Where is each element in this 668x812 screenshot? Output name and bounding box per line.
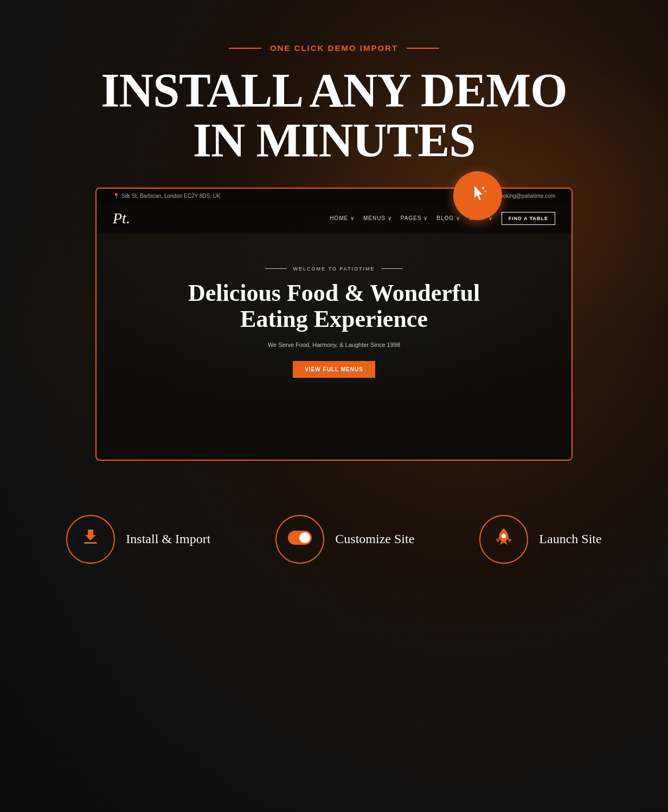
demo-view-menus-btn[interactable]: VIEW FULL MENUS: [293, 361, 375, 378]
demo-hero-subtitle-line: WELCOME TO PATIOTIME: [113, 266, 555, 272]
demo-email: booking@patiatime.com: [497, 193, 555, 199]
svg-point-0: [482, 186, 485, 189]
feature-install: Install & Import: [66, 515, 210, 564]
nav-blog[interactable]: BLOG ∨: [436, 215, 460, 221]
subtitle-text: ONE CLICK DEMO IMPORT: [270, 43, 398, 53]
demo-nav-links: HOME ∨ MENUS ∨ PAGES ∨ BLOG ∨ SHOP ∨ FIN…: [330, 212, 555, 225]
demo-find-table-btn[interactable]: FIND A TABLE: [502, 212, 555, 225]
main-title-line1: INSTALL ANY DEMO: [101, 64, 567, 117]
header-section: ONE CLICK DEMO IMPORT INSTALL ANY DEMO I…: [101, 43, 567, 166]
demo-hero-subtitle-text: WELCOME TO PATIOTIME: [293, 266, 375, 272]
main-title-line2: IN MINUTES: [193, 114, 476, 166]
demo-hero-description: We Serve Food, Harmony, & Laughter Since…: [113, 341, 555, 348]
demo-topbar-left: 📍 Silk St, Barbican, London EC2Y 8DS, UK: [113, 193, 221, 199]
find-table-label: FIND A TABLE: [509, 216, 548, 221]
feature-launch: Launch Site: [479, 515, 601, 564]
demo-hero-title: Delicious Food & Wonderful Eating Experi…: [113, 280, 555, 333]
feature-customize: Customize Site: [275, 515, 414, 564]
browser-frame: 📍 Silk St, Barbican, London EC2Y 8DS, UK…: [95, 188, 573, 461]
nav-menus[interactable]: MENUS ∨: [363, 215, 392, 221]
demo-logo: Pt.: [113, 210, 130, 227]
screen-container: 📍 Silk St, Barbican, London EC2Y 8DS, UK…: [95, 188, 573, 461]
feature-install-icon-circle: [66, 515, 115, 564]
rocket-icon: [494, 527, 513, 551]
location-icon: 📍: [113, 193, 119, 199]
feature-customize-label: Customize Site: [335, 532, 414, 546]
demo-nav: Pt. HOME ∨ MENUS ∨ PAGES ∨ BLOG ∨ SHOP ∨…: [97, 203, 571, 234]
feature-launch-label: Launch Site: [539, 532, 601, 546]
feature-customize-icon-circle: [275, 515, 324, 564]
svg-point-4: [299, 532, 310, 543]
demo-website: 📍 Silk St, Barbican, London EC2Y 8DS, UK…: [97, 189, 571, 460]
features-section: Install & Import Customize Site: [66, 504, 601, 564]
click-cursor-icon: [468, 184, 487, 208]
main-content: ONE CLICK DEMO IMPORT INSTALL ANY DEMO I…: [0, 0, 668, 607]
toggle-icon: [288, 529, 312, 549]
svg-point-5: [502, 534, 506, 538]
nav-pages[interactable]: PAGES ∨: [401, 215, 428, 221]
nav-home[interactable]: HOME ∨: [330, 215, 355, 221]
main-title: INSTALL ANY DEMO IN MINUTES: [101, 66, 567, 166]
feature-launch-icon-circle: [479, 515, 528, 564]
demo-address: Silk St, Barbican, London EC2Y 8DS, UK: [121, 193, 221, 199]
svg-rect-2: [84, 542, 97, 544]
demo-hero-title-line1: Delicious Food & Wonderful: [188, 280, 480, 306]
svg-point-1: [484, 190, 486, 192]
demo-hero-title-line2: Eating Experience: [240, 306, 428, 332]
subtitle-line: ONE CLICK DEMO IMPORT: [101, 43, 567, 53]
demo-hero: WELCOME TO PATIOTIME Delicious Food & Wo…: [97, 234, 571, 421]
click-circle[interactable]: [453, 171, 502, 220]
download-icon: [81, 527, 100, 551]
feature-install-label: Install & Import: [126, 532, 210, 546]
